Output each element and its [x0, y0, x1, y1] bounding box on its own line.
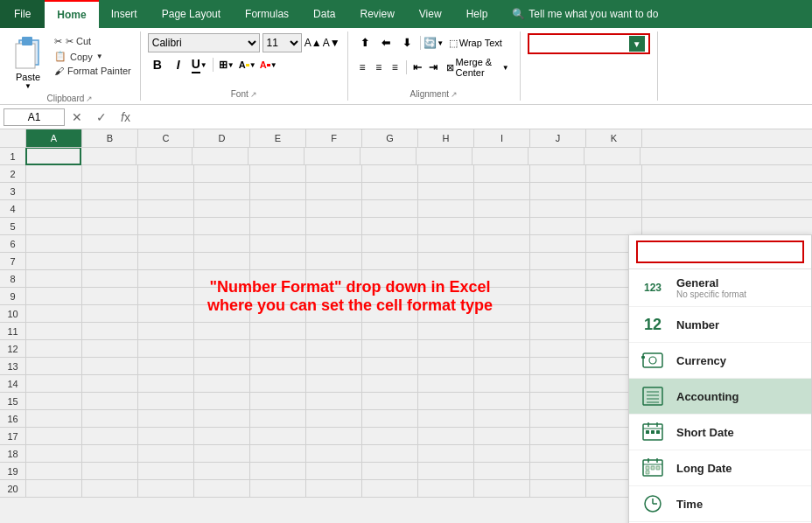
align-bottom-button[interactable]: ⬇: [397, 33, 416, 52]
cell-16J[interactable]: [530, 410, 586, 427]
format-painter-button[interactable]: 🖌 Format Painter: [52, 65, 133, 77]
col-header-j[interactable]: J: [530, 129, 586, 147]
tab-data[interactable]: Data: [301, 0, 347, 28]
cell-5G[interactable]: [362, 218, 418, 234]
cell-10E[interactable]: [250, 305, 306, 322]
align-center-button[interactable]: ≡: [371, 58, 386, 77]
cell-17H[interactable]: [418, 428, 474, 444]
cell-18A[interactable]: [26, 445, 82, 462]
cell-17F[interactable]: [306, 428, 362, 444]
insert-function-icon[interactable]: fx: [117, 110, 134, 124]
cell-7G[interactable]: [362, 253, 418, 269]
cell-14H[interactable]: [418, 375, 474, 392]
cell-5H[interactable]: [418, 218, 474, 234]
cell-5I[interactable]: [474, 218, 530, 234]
cell-16A[interactable]: [26, 410, 82, 427]
cell-11D[interactable]: [194, 323, 250, 339]
cell-1D[interactable]: [192, 148, 248, 164]
cell-5B[interactable]: [82, 218, 138, 234]
cell-2D[interactable]: [194, 165, 250, 182]
bold-button[interactable]: B: [148, 55, 167, 74]
col-header-d[interactable]: D: [194, 129, 250, 147]
cell-12A[interactable]: [26, 340, 82, 357]
cell-12B[interactable]: [82, 340, 138, 357]
tab-formulas[interactable]: Formulas: [233, 0, 301, 28]
tab-home[interactable]: Home: [45, 0, 98, 28]
cell-14A[interactable]: [26, 375, 82, 392]
cell-13I[interactable]: [474, 358, 530, 374]
cell-5C[interactable]: [138, 218, 194, 234]
cell-1A[interactable]: [25, 148, 81, 165]
cell-4C[interactable]: [138, 200, 194, 217]
font-expand-icon[interactable]: ↗: [250, 90, 257, 99]
cell-15G[interactable]: [362, 393, 418, 409]
dropdown-item-number[interactable]: 12 Number: [629, 307, 811, 343]
underline-button[interactable]: U ▼: [190, 55, 209, 74]
cell-18F[interactable]: [306, 445, 362, 462]
cell-5A[interactable]: [26, 218, 82, 234]
cell-7H[interactable]: [418, 253, 474, 269]
cell-16H[interactable]: [418, 410, 474, 427]
cell-3I[interactable]: [474, 183, 530, 199]
cell-8I[interactable]: [474, 270, 530, 287]
cell-8H[interactable]: [418, 270, 474, 287]
cell-4D[interactable]: [194, 200, 250, 217]
cell-12G[interactable]: [362, 340, 418, 357]
cell-6H[interactable]: [418, 235, 474, 252]
cell-15F[interactable]: [306, 393, 362, 409]
cell-9E[interactable]: [250, 288, 306, 304]
cell-14E[interactable]: [250, 375, 306, 392]
cell-11A[interactable]: [26, 323, 82, 339]
cell-6B[interactable]: [82, 235, 138, 252]
orientation-button[interactable]: 🔄▼: [424, 33, 444, 52]
align-right-button[interactable]: ≡: [388, 58, 402, 77]
cell-20I[interactable]: [474, 480, 530, 497]
dropdown-search-input[interactable]: [636, 241, 804, 263]
cell-15I[interactable]: [474, 393, 530, 409]
cell-10F[interactable]: [306, 305, 362, 322]
cell-10I[interactable]: [474, 305, 530, 322]
cell-15B[interactable]: [82, 393, 138, 409]
cell-6D[interactable]: [194, 235, 250, 252]
cell-15J[interactable]: [530, 393, 586, 409]
cell-4E[interactable]: [250, 200, 306, 217]
cell-4H[interactable]: [418, 200, 474, 217]
copy-button[interactable]: 📋 Copy ▼: [52, 50, 133, 63]
cell-6G[interactable]: [362, 235, 418, 252]
cell-8D[interactable]: [194, 270, 250, 287]
cell-19G[interactable]: [362, 463, 418, 479]
cell-1H[interactable]: [416, 148, 472, 164]
cell-13C[interactable]: [138, 358, 194, 374]
cell-19J[interactable]: [530, 463, 586, 479]
cell-16C[interactable]: [138, 410, 194, 427]
cell-10G[interactable]: [362, 305, 418, 322]
col-header-f[interactable]: F: [306, 129, 362, 147]
cell-11E[interactable]: [250, 323, 306, 339]
cell-8B[interactable]: [82, 270, 138, 287]
font-grow-button[interactable]: A▲: [304, 34, 322, 52]
cell-3F[interactable]: [306, 183, 362, 199]
tab-review[interactable]: Review: [347, 0, 406, 28]
cell-16I[interactable]: [474, 410, 530, 427]
number-format-input[interactable]: [531, 38, 627, 50]
cell-14B[interactable]: [82, 375, 138, 392]
cell-10J[interactable]: [530, 305, 586, 322]
cell-10A[interactable]: [26, 305, 82, 322]
cell-11C[interactable]: [138, 323, 194, 339]
align-top-button[interactable]: ⬆: [355, 33, 374, 52]
col-header-b[interactable]: B: [82, 129, 138, 147]
cell-3D[interactable]: [194, 183, 250, 199]
italic-button[interactable]: I: [169, 55, 188, 74]
cell-16G[interactable]: [362, 410, 418, 427]
cell-17G[interactable]: [362, 428, 418, 444]
cell-19F[interactable]: [306, 463, 362, 479]
cell-12D[interactable]: [194, 340, 250, 357]
fill-color-button[interactable]: A ▼: [238, 55, 257, 74]
cell-14F[interactable]: [306, 375, 362, 392]
cell-20G[interactable]: [362, 480, 418, 497]
font-size-select[interactable]: 11: [262, 33, 302, 52]
tab-search[interactable]: 🔍 Tell me what you want to do: [500, 0, 670, 28]
cell-12H[interactable]: [418, 340, 474, 357]
dropdown-item-general[interactable]: 123 General No specific format: [629, 269, 811, 307]
cell-19E[interactable]: [250, 463, 306, 479]
